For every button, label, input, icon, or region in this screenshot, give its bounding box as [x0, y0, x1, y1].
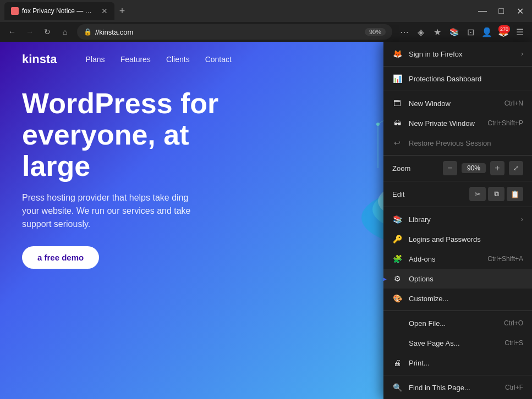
nav-plans[interactable]: Plans [86, 55, 105, 64]
menu-section-zoom: Zoom − 90% + ⤢ [383, 156, 532, 181]
notification-count: 270 [498, 25, 510, 33]
save-page-item[interactable]: Save Page As... Ctrl+S [383, 333, 532, 353]
edit-control: Edit ✂ ⧉ 📋 [383, 184, 532, 204]
tab-favicon [11, 7, 19, 15]
new-window-item[interactable]: 🗔 New Window Ctrl+N [383, 93, 532, 113]
browser-titlebar: fox Privacy Notice — Mozi ✕ + — □ ✕ [0, 0, 532, 22]
nav-features[interactable]: Features [120, 55, 151, 64]
free-demo-button[interactable]: a free demo [22, 246, 99, 269]
firefox-menu: 🦊 Sign in to Firefox › 📊 Protections Das… [383, 42, 532, 399]
protections-item[interactable]: 📊 Protections Dashboard [383, 69, 532, 88]
options-label: Options [409, 275, 523, 283]
website-nav-links: Plans Features Clients Contact [86, 55, 232, 64]
maximize-button[interactable]: □ [493, 3, 509, 19]
open-file-icon [392, 318, 402, 328]
bookmark-icon[interactable]: ★ [430, 24, 445, 40]
hamburger-menu-button[interactable]: ☰ [512, 24, 528, 40]
home-button[interactable]: ⌂ [57, 24, 73, 40]
menu-section-tools: 📚 Library › 🔑 Logins and Passwords 🧩 Add… [383, 207, 532, 311]
zoom-control: Zoom − 90% + ⤢ [383, 158, 532, 179]
customize-item[interactable]: 🎨 Customize... [383, 289, 532, 308]
save-page-label: Save Page As... [409, 339, 498, 347]
zoom-plus-button[interactable]: + [490, 161, 504, 175]
nav-clients[interactable]: Clients [166, 55, 190, 64]
minimize-button[interactable]: — [475, 3, 490, 19]
browser-toolbar: ← → ↻ ⌂ 🔒 //kinsta.com 90% ⋯ ◈ ★ 📚 ⊡ 👤 🦊… [0, 22, 532, 42]
tab-close-button[interactable]: ✕ [101, 7, 108, 15]
print-item[interactable]: 🖨 Print... [383, 353, 532, 373]
toolbar-right: ⋯ ◈ ★ 📚 ⊡ 👤 🦊 270 ☰ [397, 24, 528, 40]
private-window-icon: 🕶 [392, 118, 402, 128]
save-page-icon [392, 338, 402, 348]
customize-label: Customize... [409, 295, 523, 303]
options-item[interactable]: ▶ ⚙ Options [383, 269, 532, 289]
menu-section-protections: 📊 Protections Dashboard [383, 66, 532, 91]
pocket-icon[interactable]: ◈ [413, 24, 429, 40]
addons-shortcut: Ctrl+Shift+A [487, 255, 523, 263]
protections-label: Protections Dashboard [409, 75, 523, 83]
restore-icon: ↩ [392, 138, 402, 148]
address-bar[interactable]: 🔒 //kinsta.com 90% [77, 24, 392, 40]
forward-button[interactable]: → [22, 24, 37, 40]
edit-buttons: ✂ ⧉ 📋 [469, 187, 523, 201]
sync-icon[interactable]: ⊡ [463, 24, 478, 40]
toolbar-menu-button[interactable]: ⋯ [397, 24, 412, 40]
nav-contact[interactable]: Contact [205, 55, 232, 64]
library-label: Library [409, 215, 514, 224]
options-arrow-indicator: ▶ [383, 273, 387, 285]
library-menu-icon: 📚 [392, 214, 402, 224]
edit-label: Edit [392, 190, 465, 198]
lock-icon: 🔒 [84, 28, 92, 36]
options-icon: ⚙ [392, 274, 402, 284]
notifications-icon[interactable]: 🦊 270 [496, 24, 511, 40]
hero-title: WordPress for everyone, at large [22, 88, 242, 182]
copy-button[interactable]: ⧉ [488, 187, 504, 201]
close-button[interactable]: ✕ [512, 3, 528, 19]
new-private-item[interactable]: 🕶 New Private Window Ctrl+Shift+P [383, 113, 532, 133]
menu-section-windows: 🗔 New Window Ctrl+N 🕶 New Private Window… [383, 91, 532, 156]
account-icon[interactable]: 👤 [479, 24, 495, 40]
find-label: Find in This Page... [409, 384, 498, 392]
zoom-indicator: 90% [365, 28, 386, 36]
menu-section-signin: 🦊 Sign in to Firefox › [383, 42, 532, 66]
library-icon[interactable]: 📚 [446, 24, 462, 40]
customize-icon: 🎨 [392, 293, 402, 303]
sign-in-arrow: › [521, 50, 523, 58]
addons-icon: 🧩 [392, 254, 402, 264]
tab-bar: fox Privacy Notice — Mozi ✕ + [4, 0, 471, 22]
logins-label: Logins and Passwords [409, 235, 523, 243]
paste-button[interactable]: 📋 [507, 187, 523, 201]
restore-session-item[interactable]: ↩ Restore Previous Session [383, 133, 532, 153]
menu-section-edit: Edit ✂ ⧉ 📋 [383, 181, 532, 207]
hero-subtitle: Press hosting provider that helps take d… [22, 191, 198, 231]
open-file-shortcut: Ctrl+O [504, 319, 523, 327]
find-icon: 🔍 [392, 383, 402, 392]
open-file-item[interactable]: Open File... Ctrl+O [383, 313, 532, 333]
library-arrow: › [521, 215, 523, 223]
zoom-minus-button[interactable]: − [443, 161, 457, 175]
tab-title: fox Privacy Notice — Mozi [22, 7, 96, 15]
logins-item[interactable]: 🔑 Logins and Passwords [383, 229, 532, 249]
zoom-label: Zoom [392, 164, 438, 173]
print-label: Print... [409, 359, 523, 367]
menu-section-find: 🔍 Find in This Page... Ctrl+F More › Web… [383, 375, 532, 399]
active-tab[interactable]: fox Privacy Notice — Mozi ✕ [4, 2, 114, 20]
svg-point-28 [376, 123, 380, 126]
menu-section-file: Open File... Ctrl+O Save Page As... Ctrl… [383, 311, 532, 375]
open-file-label: Open File... [409, 319, 497, 328]
library-item[interactable]: 📚 Library › [383, 209, 532, 229]
new-window-label: New Window [409, 99, 498, 108]
print-icon: 🖨 [392, 358, 402, 368]
new-tab-button[interactable]: + [114, 3, 130, 19]
addons-item[interactable]: 🧩 Add-ons Ctrl+Shift+A [383, 249, 532, 269]
sign-in-item[interactable]: 🦊 Sign in to Firefox › [383, 44, 532, 64]
new-private-label: New Private Window [409, 119, 481, 128]
zoom-fullscreen-button[interactable]: ⤢ [509, 161, 523, 175]
new-window-icon: 🗔 [392, 98, 402, 108]
cut-button[interactable]: ✂ [469, 187, 486, 201]
sign-in-label: Sign in to Firefox [409, 50, 514, 58]
back-button[interactable]: ← [4, 24, 20, 40]
find-item[interactable]: 🔍 Find in This Page... Ctrl+F [383, 378, 532, 397]
addons-label: Add-ons [409, 255, 481, 263]
reload-button[interactable]: ↻ [40, 24, 55, 40]
